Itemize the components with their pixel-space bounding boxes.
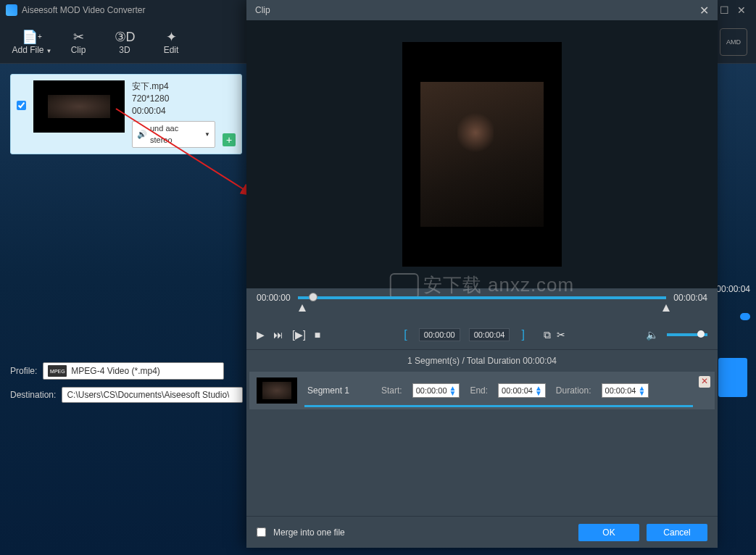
- profile-dropdown[interactable]: MPEG MPEG-4 Video (*.mp4): [43, 362, 224, 380]
- clip-close-button[interactable]: ✕: [699, 4, 709, 17]
- preview-area: 安下载 anxz.com: [246, 20, 718, 288]
- timeline-track[interactable]: [298, 296, 667, 299]
- add-file-button[interactable]: 📄+ Add File▼: [9, 29, 55, 55]
- clip-dialog: Clip ✕ 安下载 anxz.com 00:00:00 00:00:04 ▶ …: [246, 0, 718, 548]
- segment-start-label: Start:: [381, 385, 402, 396]
- in-time[interactable]: 00:00:00: [419, 328, 460, 341]
- segment-end-label: End:: [470, 385, 488, 396]
- segment-row[interactable]: Segment 1 Start: 00:00:00▲▼ End: 00:00:0…: [249, 372, 715, 409]
- out-marker-icon[interactable]: [662, 304, 670, 312]
- segment-start-field[interactable]: 00:00:00▲▼: [412, 383, 460, 398]
- add-segment-button[interactable]: +: [223, 133, 236, 146]
- timeline[interactable]: 00:00:00 00:00:04: [246, 288, 718, 304]
- file-list-item[interactable]: 安下.mp4 720*1280 00:00:04 🔊 und aac stere…: [10, 74, 242, 154]
- set-in-button[interactable]: [: [401, 328, 410, 341]
- file-metadata: 安下.mp4 720*1280 00:00:04 🔊 und aac stere…: [132, 80, 215, 148]
- cut-button[interactable]: ✂: [557, 329, 565, 341]
- clip-dialog-title: Clip: [255, 5, 270, 15]
- magic-wand-icon: ✦: [148, 29, 194, 45]
- destination-field[interactable]: C:\Users\CS\Documents\Aiseesoft Studio\: [62, 387, 243, 403]
- set-out-button[interactable]: ]: [518, 328, 527, 341]
- add-file-label: Add File: [12, 45, 44, 55]
- in-marker-icon[interactable]: [299, 304, 306, 312]
- speaker-icon: 🔊: [137, 129, 147, 140]
- 3d-icon: ③D: [101, 29, 148, 45]
- cancel-button[interactable]: Cancel: [647, 524, 707, 541]
- file-resolution: 720*1280: [132, 93, 215, 105]
- edit-label: Edit: [164, 45, 179, 55]
- next-frame-button[interactable]: ⏭: [273, 329, 283, 341]
- out-time[interactable]: 00:00:04: [469, 328, 510, 341]
- play-button[interactable]: ▶: [257, 329, 265, 341]
- merge-checkbox[interactable]: [257, 527, 266, 537]
- add-file-icon: 📄+: [9, 29, 55, 45]
- segment-progress-bar: [304, 405, 693, 407]
- segment-delete-button[interactable]: ✕: [699, 376, 710, 388]
- segment-duration-label: Duration:: [556, 385, 591, 396]
- scissors-icon: ✂: [55, 29, 101, 45]
- app-logo-icon: [6, 4, 17, 16]
- segment-name: Segment 1: [307, 385, 371, 396]
- file-thumbnail: [33, 80, 125, 133]
- 3d-label: 3D: [119, 45, 130, 55]
- edit-button[interactable]: ✦ Edit: [148, 29, 194, 55]
- amd-badge: AMD: [720, 28, 747, 56]
- split-button[interactable]: ⧉: [544, 329, 551, 341]
- segment-end-field[interactable]: 00:00:04▲▼: [498, 383, 546, 398]
- playback-controls: ▶ ⏭ [▶] ■ [ 00:00:00 00:00:04 ] ⧉ ✂ 🔈: [246, 320, 718, 349]
- maximize-button[interactable]: ☐: [715, 4, 733, 16]
- 3d-button[interactable]: ③D 3D: [101, 29, 148, 55]
- convert-button[interactable]: [718, 358, 747, 397]
- video-preview: [402, 42, 562, 267]
- destination-label: Destination:: [10, 390, 56, 400]
- merge-label: Merge into one file: [273, 527, 345, 538]
- audio-track-dropdown[interactable]: 🔊 und aac stereo ▼: [132, 121, 215, 148]
- clip-titlebar: Clip ✕: [246, 0, 718, 20]
- profile-label: Profile:: [10, 366, 37, 376]
- volume-icon[interactable]: 🔈: [646, 329, 658, 341]
- timeline-end: 00:00:04: [673, 293, 707, 303]
- file-duration: 00:00:04: [132, 105, 215, 117]
- step-button[interactable]: [▶]: [292, 329, 306, 341]
- playhead-knob[interactable]: [309, 293, 317, 301]
- file-name: 安下.mp4: [132, 80, 215, 93]
- segment-summary: 1 Segment(s) / Total Duration 00:00:04: [246, 349, 718, 372]
- clip-label: Clip: [71, 45, 86, 55]
- segment-thumbnail: [257, 377, 297, 404]
- ok-button[interactable]: OK: [578, 524, 639, 541]
- stop-button[interactable]: ■: [315, 329, 320, 341]
- timeline-start: 00:00:00: [257, 293, 291, 303]
- clip-footer: Merge into one file OK Cancel: [246, 516, 718, 548]
- mpeg-icon: MPEG: [48, 365, 67, 377]
- volume-slider[interactable]: [667, 333, 707, 336]
- file-checkbox[interactable]: [17, 101, 26, 110]
- side-toggle[interactable]: [730, 313, 750, 322]
- clip-button[interactable]: ✂ Clip: [55, 29, 101, 55]
- segment-duration-field[interactable]: 00:00:04▲▼: [602, 383, 649, 398]
- close-button[interactable]: ✕: [733, 4, 750, 16]
- side-timecode: 00:00:04: [716, 284, 750, 294]
